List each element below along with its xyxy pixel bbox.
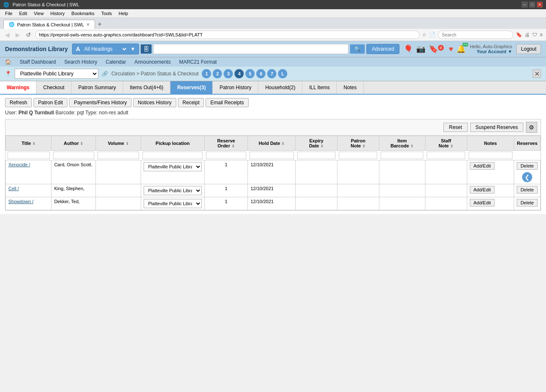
expiry-sort[interactable]: ⇕ [320,144,324,148]
logout-button[interactable]: Logout [516,44,541,54]
calendar-link[interactable]: Calendar [106,59,126,65]
close-location-btn[interactable]: ✕ [533,70,541,78]
pocket-icon[interactable]: 🔖 [516,32,522,38]
step-2-bubble[interactable]: 2 [213,69,222,78]
camera-icon[interactable]: 📷 [416,44,425,54]
filter-notes[interactable] [469,152,512,159]
row3-pickup-select[interactable]: Platteville Public Library Circ Desk [144,199,202,208]
filter-item-barcode[interactable] [381,152,423,159]
close-btn[interactable]: ✕ [537,2,543,8]
staff-note-sort[interactable]: ⇕ [450,144,453,148]
tab-checkout[interactable]: Checkout [36,81,72,94]
row3-add-edit-btn[interactable]: Add/Edit [470,199,495,206]
step-5-bubble[interactable]: 5 [245,69,255,78]
tab-patron-summary[interactable]: Patron Summary [72,81,123,94]
row2-delete-btn[interactable]: Delete [517,186,538,193]
maximize-btn[interactable]: □ [529,2,535,8]
filter-staff-note[interactable] [427,152,465,159]
title-sort[interactable]: ⇕ [32,142,36,146]
database-icon[interactable]: 🗄 [141,44,152,54]
filter-volume[interactable] [98,152,139,159]
author-sort[interactable]: ⇕ [80,142,83,146]
refresh-button[interactable]: Refresh [5,98,32,107]
close-tab-btn[interactable]: ✕ [86,22,90,27]
heart-icon[interactable]: ♥ [449,45,453,54]
heading-dropdown[interactable]: A All Headings ▼ [72,44,139,54]
row1-back-arrow[interactable]: ❮ [522,172,532,182]
marc21-link[interactable]: MARC21 Format [179,59,217,65]
step-6-bubble[interactable]: 6 [256,69,265,78]
search-text-input[interactable] [153,44,348,54]
browser-tab[interactable]: 🌐 Patron Status & Checkout | SWL ✕ [3,20,95,29]
menu-view[interactable]: View [31,10,47,17]
row2-title-link[interactable]: Cell / [8,186,19,191]
volume-sort[interactable]: ⇕ [126,142,129,146]
print-icon[interactable]: 🖨 [525,32,530,38]
row1-delete-btn[interactable]: Delete [517,162,538,170]
step-7-bubble[interactable]: 7 [267,69,276,78]
patron-edit-button[interactable]: Patron Edit [33,98,67,107]
filter-author[interactable] [53,152,94,159]
row1-pickup-select[interactable]: Platteville Public Library Circ Desk [144,162,202,171]
home-nav-link[interactable]: 🏠 [5,59,11,65]
tab-notes[interactable]: Notes [337,81,363,94]
menu-history[interactable]: History [47,10,68,17]
receipt-button[interactable]: Receipt [178,98,204,107]
row1-title-link[interactable]: Xenocide / [8,162,30,167]
menu-tools[interactable]: Tools [98,10,116,17]
payments-fines-history-button[interactable]: Payments/Fines History [69,98,131,107]
reader-icon[interactable]: 📄 [429,32,435,38]
address-input[interactable] [35,31,420,39]
browser-search-input[interactable] [438,31,513,39]
your-account-link[interactable]: Your Account ▼ [470,49,512,54]
step-4-bubble[interactable]: 4 [234,69,244,78]
back-nav-btn[interactable]: ◀ [3,31,11,39]
filter-patron-note[interactable] [339,152,377,159]
tab-patron-history[interactable]: Patron History [213,81,258,94]
filter-expiry-date[interactable] [297,152,336,159]
forward-nav-btn[interactable]: ▶ [14,31,22,39]
minimize-btn[interactable]: ─ [522,2,528,8]
search-history-link[interactable]: Search History [64,59,98,65]
bookmarks-icon[interactable]: 🔖 [429,45,438,53]
advanced-search-btn[interactable]: Advanced [366,44,399,54]
hold-date-sort[interactable]: ⇕ [281,142,285,146]
tab-reserves[interactable]: Reserves(3) [170,81,213,94]
tab-ill-items[interactable]: ILL Items [302,81,337,94]
filter-pickup[interactable] [142,152,203,159]
menu-help[interactable]: Help [115,10,131,17]
menu-icon[interactable]: ≡ [540,32,543,38]
filter-title[interactable] [8,152,50,159]
step-1-bubble[interactable]: 1 [202,69,211,78]
reset-button[interactable]: Reset [443,123,467,132]
step-3-bubble[interactable]: 3 [224,69,233,78]
email-receipts-button[interactable]: Email Receipts [206,98,248,107]
announcements-link[interactable]: Announcements [134,59,171,65]
tab-warnings[interactable]: Warnings [0,81,36,94]
patron-note-sort[interactable]: ⇕ [362,144,366,148]
row2-add-edit-btn[interactable]: Add/Edit [470,186,495,193]
row3-delete-btn[interactable]: Delete [517,199,538,206]
row1-add-edit-btn[interactable]: Add/Edit [470,162,495,170]
library-location-select[interactable]: Platteville Public Library [15,69,98,79]
menu-edit[interactable]: Edit [16,10,31,17]
menu-bookmarks[interactable]: Bookmarks [68,10,98,17]
heading-select-input[interactable]: All Headings [82,46,128,52]
menu-file[interactable]: File [2,10,16,17]
reload-btn[interactable]: ↺ [24,31,33,39]
bookmark-icon[interactable]: ☆ [422,32,427,38]
row2-pickup-select[interactable]: Platteville Public Library Circ Desk [144,186,202,195]
balloon-icon[interactable]: 🎈 [404,44,413,54]
tab-items-out[interactable]: Items Out(4+6) [123,81,170,94]
item-barcode-sort[interactable]: ⇕ [410,144,414,148]
staff-dashboard-link[interactable]: Staff Dashboard [20,59,56,65]
filter-reserve-order[interactable] [206,152,246,159]
extension-icon[interactable]: 🛡 [532,32,537,38]
settings-gear-button[interactable]: ⚙ [526,122,537,133]
reserve-order-sort[interactable]: ⇕ [232,144,235,148]
new-tab-btn[interactable]: + [95,21,104,28]
filter-hold-date[interactable] [250,152,294,159]
search-button[interactable]: 🔍 [350,44,365,54]
suspend-reserves-button[interactable]: Suspend Reserves [470,123,523,132]
row3-title-link[interactable]: Showdown / [8,199,33,204]
